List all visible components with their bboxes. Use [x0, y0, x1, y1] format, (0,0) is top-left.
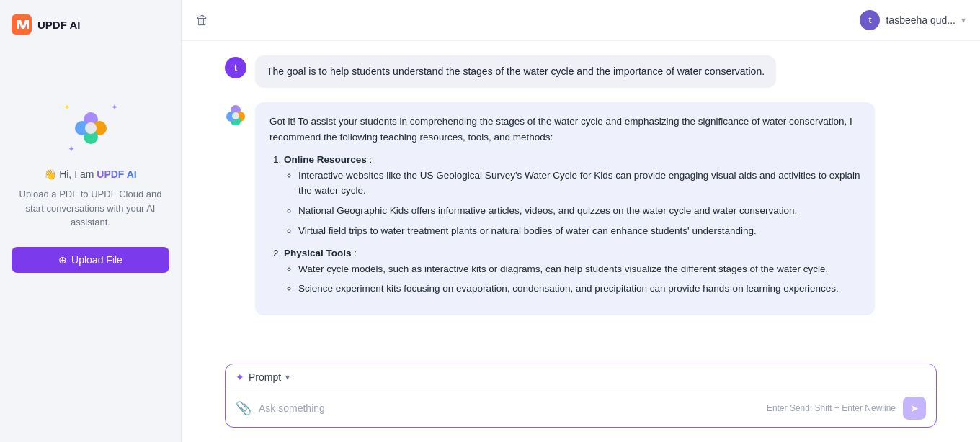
prompt-label: Prompt [249, 371, 281, 383]
logo-area: UPDF AI [12, 14, 80, 35]
messages-list: t The goal is to help students understan… [182, 41, 980, 364]
updf-logo-icon [12, 14, 32, 35]
send-button[interactable]: ➤ [903, 397, 926, 420]
input-top-bar: ✦ Prompt ▾ [226, 364, 936, 389]
svg-point-5 [85, 122, 97, 134]
user-message-avatar: t [225, 57, 246, 78]
user-name: tasbeeha qud... [886, 14, 956, 26]
clear-chat-button[interactable]: 🗑 [196, 13, 209, 28]
mascot-area: ✦ ✦ ✦ 👋 Hi, I am UPDF AI Upload a PDF to… [12, 99, 169, 273]
list-item: Physical Tools : Water cycle models, suc… [284, 245, 860, 297]
list-item: National Geographic Kids offers informat… [298, 203, 860, 219]
input-hint: Enter Send; Shift + Enter Newline [767, 403, 896, 413]
prompt-dropdown-icon[interactable]: ▾ [285, 372, 290, 382]
svg-point-10 [232, 112, 239, 119]
list-item: Virtual field trips to water treatment p… [298, 223, 860, 239]
list-item: Interactive websites like the US Geologi… [298, 168, 860, 199]
message-user: t The goal is to help students understan… [225, 55, 937, 88]
app-name: UPDF AI [37, 19, 80, 31]
list-item: Water cycle models, such as interactive … [298, 261, 860, 277]
prompt-sparkle-icon: ✦ [236, 371, 244, 383]
list-item: Science experiment kits focusing on evap… [298, 281, 860, 297]
sparkle-icon-tl: ✦ [63, 102, 71, 112]
greeting-text: 👋 Hi, I am UPDF AI [44, 168, 137, 180]
top-bar: 🗑 t tasbeeha qud... ▾ [182, 0, 980, 41]
message-ai: Got it! To assist your students in compr… [225, 102, 937, 315]
sparkles-area: ✦ ✦ ✦ [62, 99, 120, 157]
chat-input[interactable] [259, 402, 760, 414]
chevron-down-icon: ▾ [961, 15, 966, 25]
attach-icon[interactable]: 📎 [236, 400, 251, 416]
sparkle-icon-tr: ✦ [111, 102, 118, 112]
sparkle-icon-bl: ✦ [68, 144, 75, 154]
avatar: t [860, 10, 880, 30]
input-panel: ✦ Prompt ▾ 📎 Enter Send; Shift + Enter N… [225, 364, 937, 428]
updf-ai-flower-icon [73, 110, 109, 146]
ai-message-bubble: Got it! To assist your students in compr… [255, 102, 875, 315]
input-row: 📎 Enter Send; Shift + Enter Newline ➤ [226, 389, 936, 427]
list-item: Online Resources : Interactive websites … [284, 152, 860, 238]
description-text: Upload a PDF to UPDF Cloud and start con… [12, 187, 169, 230]
main-panel: 🗑 t tasbeeha qud... ▾ t The goal is to h… [182, 0, 980, 442]
sidebar: UPDF AI ✦ ✦ ✦ 👋 Hi, I am UPDF AI Upload … [0, 0, 182, 442]
ai-avatar-icon [225, 104, 246, 125]
upload-file-button[interactable]: ⊕ Upload File [12, 247, 169, 273]
upload-icon: ⊕ [58, 254, 67, 266]
user-message-bubble: The goal is to help students understand … [255, 55, 776, 88]
user-menu[interactable]: t tasbeeha qud... ▾ [860, 10, 966, 30]
trash-icon: 🗑 [196, 13, 209, 27]
send-icon: ➤ [910, 402, 919, 414]
